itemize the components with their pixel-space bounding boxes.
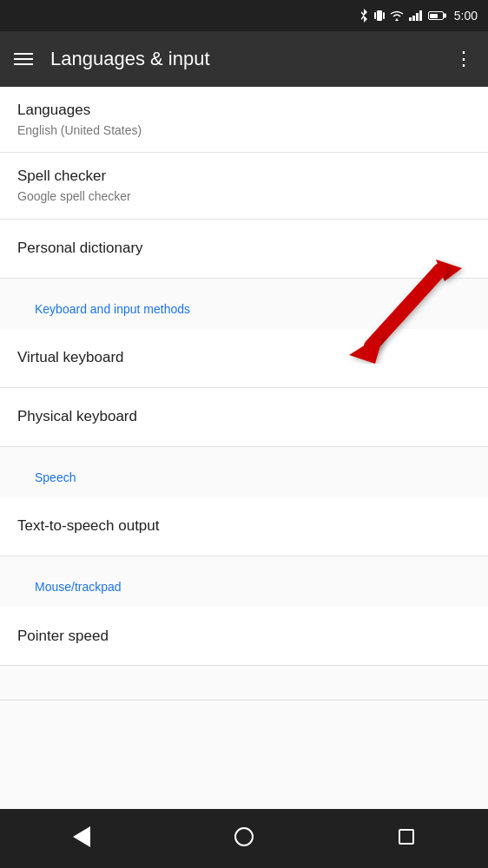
settings-item-spell-checker[interactable]: Spell checker Google spell checker	[0, 153, 488, 219]
languages-title: Languages	[17, 101, 471, 120]
svg-rect-5	[416, 13, 419, 21]
personal-dictionary-title: Personal dictionary	[17, 239, 471, 258]
svg-rect-3	[409, 17, 412, 21]
settings-section-keyboard-methods: Keyboard and input methods	[0, 279, 488, 329]
nav-bar	[0, 809, 488, 868]
virtual-keyboard-title: Virtual keyboard	[17, 348, 471, 367]
settings-item-text-to-speech[interactable]: Text-to-speech output	[0, 497, 488, 556]
page-title: Languages & input	[50, 48, 454, 70]
svg-rect-1	[374, 12, 376, 19]
svg-rect-4	[412, 16, 415, 21]
status-time: 5:00	[454, 9, 478, 23]
app-bar: Languages & input ⋮	[0, 31, 488, 87]
recents-button[interactable]	[380, 818, 432, 856]
back-button[interactable]	[56, 818, 108, 856]
spell-checker-title: Spell checker	[17, 167, 471, 186]
svg-rect-6	[419, 10, 422, 21]
languages-subtitle: English (United States)	[17, 122, 471, 138]
settings-item-physical-keyboard[interactable]: Physical keyboard	[0, 388, 488, 447]
back-icon	[73, 826, 90, 847]
settings-item-languages[interactable]: Languages English (United States)	[0, 87, 488, 153]
svg-rect-2	[383, 12, 385, 19]
status-bar: 5:00	[0, 0, 488, 31]
more-options-icon[interactable]: ⋮	[454, 48, 474, 70]
text-to-speech-title: Text-to-speech output	[17, 516, 471, 536]
mouse-trackpad-header: Mouse/trackpad	[17, 567, 471, 600]
speech-header: Speech	[17, 457, 471, 490]
vibrate-icon	[374, 10, 385, 22]
battery-icon	[428, 11, 444, 20]
wifi-icon	[390, 10, 404, 21]
spell-checker-subtitle: Google spell checker	[17, 188, 471, 204]
virtual-keyboard-wrapper: Virtual keyboard	[0, 329, 488, 388]
recents-icon	[399, 829, 414, 845]
settings-item-personal-dictionary[interactable]: Personal dictionary	[0, 220, 488, 279]
settings-list: Languages English (United States) Spell …	[0, 87, 488, 809]
keyboard-methods-header: Keyboard and input methods	[17, 289, 471, 322]
settings-section-mouse: Mouse/trackpad	[0, 556, 488, 607]
settings-item-virtual-keyboard[interactable]: Virtual keyboard	[0, 329, 488, 388]
home-button[interactable]	[218, 818, 270, 856]
hamburger-menu-icon[interactable]	[14, 53, 33, 65]
status-icons: 5:00	[359, 9, 478, 23]
physical-keyboard-title: Physical keyboard	[17, 407, 471, 426]
home-icon	[234, 827, 254, 846]
signal-icon	[409, 10, 423, 21]
settings-item-pointer-speed[interactable]: Pointer speed	[0, 607, 488, 666]
svg-rect-0	[377, 10, 382, 21]
bluetooth-icon	[359, 9, 369, 23]
pointer-speed-title: Pointer speed	[17, 627, 471, 646]
bottom-spacer	[0, 666, 488, 700]
settings-section-speech: Speech	[0, 447, 488, 497]
